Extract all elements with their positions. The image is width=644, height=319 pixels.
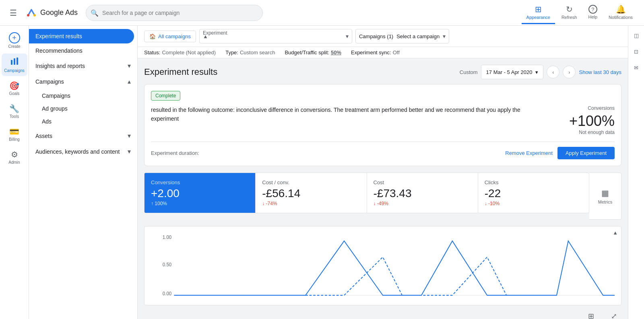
leftnav-campaigns-sub-label: Campaigns <box>42 93 70 99</box>
page-title: Experiment results <box>144 67 217 77</box>
type-value: Custom search <box>240 49 275 56</box>
section-header: Experiment results Custom 17 Mar - 5 Apr… <box>144 65 621 79</box>
metrics-icon: ▦ <box>601 188 609 198</box>
right-panel-icon-3[interactable]: ✉ <box>630 61 643 74</box>
search-input[interactable] <box>86 5 263 21</box>
sidebar-create-label: Create <box>8 44 20 49</box>
appearance-action[interactable]: ⊞ Appearance <box>522 1 555 24</box>
experiment-card: Complete resulted in the following outco… <box>144 84 621 166</box>
svg-rect-3 <box>11 60 12 65</box>
leftnav-recommendations[interactable]: Recommendations <box>29 43 137 58</box>
help-action[interactable]: ? Help <box>583 2 602 24</box>
metrics-btn-label: Metrics <box>598 200 612 204</box>
date-picker[interactable]: 17 Mar - 5 Apr 2020 ▾ <box>481 65 544 79</box>
leftnav-experiment-results-label: Experiment results <box>35 33 82 39</box>
notifications-label: Notifications <box>609 15 633 20</box>
sync-value: Off <box>393 49 400 56</box>
conversions-note: Not enough data <box>542 130 615 135</box>
sync-item: Experiment sync: Off <box>351 49 400 56</box>
leftnav-insights-label: Insights and reports <box>35 63 85 69</box>
sidebar-item-goals[interactable]: 🎯 Goals <box>2 78 27 99</box>
chart-container: ▲ 1.00 0.50 0.00 <box>144 226 621 305</box>
apply-experiment-btn[interactable]: Apply Experiment <box>557 147 615 159</box>
columns-btn[interactable]: ⊞ Columns <box>582 312 600 319</box>
leftnav-assets-label: Assets <box>35 133 52 139</box>
app-logo: Google Ads <box>25 6 78 19</box>
svg-text:1.00: 1.00 <box>163 235 172 240</box>
statusbar: Status: Complete (Not applied) Type: Cus… <box>138 47 628 58</box>
metric-clicks-change: ↓ -10% <box>485 201 582 206</box>
columns-icon: ⊞ <box>588 312 594 319</box>
metrics-btn[interactable]: ▦ Metrics <box>589 173 621 220</box>
sidebar-item-tools[interactable]: 🔧 Tools <box>2 101 27 122</box>
leftnav-experiment-results[interactable]: Experiment results <box>29 29 134 43</box>
bottom-toolbar: ⊞ Columns ⤢ Expand <box>144 309 621 319</box>
subheader: 🏠 All campaigns ▲ Experiment ▾ Campaigns… <box>138 26 628 47</box>
sidebar-item-create[interactable]: + Create <box>2 29 27 52</box>
experiment-dropdown[interactable]: ▲ Experiment ▾ <box>199 29 352 43</box>
notifications-action[interactable]: 🔔 Notifications <box>604 1 638 24</box>
remove-experiment-btn[interactable]: Remove Experiment <box>505 150 553 156</box>
leftnav-audiences-label: Audiences, keywords and content <box>35 148 120 155</box>
metric-conversions-value: +2.00 <box>151 187 249 200</box>
status-item: Status: Complete (Not applied) <box>144 49 216 56</box>
metric-cost-conv-change: ↓ -74% <box>262 201 360 206</box>
content-area: Experiment results Custom 17 Mar - 5 Apr… <box>138 58 628 319</box>
type-item: Type: Custom search <box>225 49 275 56</box>
metric-cost[interactable]: Cost -£73.43 ↓ -49% <box>367 173 478 213</box>
refresh-label: Refresh <box>561 15 577 20</box>
expand-btn[interactable]: ⤢ Expand <box>607 312 621 319</box>
refresh-action[interactable]: ↻ Refresh <box>557 1 582 24</box>
campaign-dropdown[interactable]: Campaigns (1) Select a campaign ▾ <box>355 29 449 43</box>
help-icon: ? <box>588 5 597 14</box>
prev-date-btn[interactable]: ‹ <box>547 66 559 78</box>
date-range: 17 Mar - 5 Apr 2020 <box>486 69 533 75</box>
experiment-footer: Experiment duration: Remove Experiment A… <box>151 142 615 159</box>
appearance-label: Appearance <box>526 15 550 20</box>
back-to-campaigns-btn[interactable]: 🏠 All campaigns <box>144 31 196 42</box>
leftnav-insights-reports[interactable]: Insights and reports ▾ <box>29 58 137 74</box>
metric-clicks[interactable]: Clicks -22 ↓ -10% <box>478 173 589 213</box>
right-panel-icon-1[interactable]: ◫ <box>630 29 643 42</box>
back-label: All campaigns <box>158 33 191 39</box>
svg-text:0.50: 0.50 <box>163 262 172 267</box>
leftnav-assets[interactable]: Assets ▾ <box>29 128 137 144</box>
budget-item: Budget/Traffic split: 50% <box>285 49 341 56</box>
leftnav-ads[interactable]: Ads <box>29 115 137 128</box>
leftnav-campaigns-section: Campaigns ▴ Campaigns Ad groups Ads <box>29 74 137 128</box>
chart-svg: 1.00 0.50 0.00 <box>151 233 615 297</box>
topbar-actions: ⊞ Appearance ↻ Refresh ? Help 🔔 Notifica… <box>522 1 638 24</box>
metric-cost-conv-value: -£56.14 <box>262 187 360 200</box>
metrics-row: Conversions +2.00 ↑ 100% Cost / conv. -£… <box>144 173 589 213</box>
metric-cost-conv[interactable]: Cost / conv. -£56.14 ↓ -74% <box>256 173 366 213</box>
leftnav-audiences[interactable]: Audiences, keywords and content ▾ <box>29 144 137 159</box>
metric-conversions-change: ↑ 100% <box>151 201 249 206</box>
experiment-actions: Remove Experiment Apply Experiment <box>505 147 615 159</box>
metric-conversions[interactable]: Conversions +2.00 ↑ 100% <box>144 173 255 213</box>
leftnav-campaigns-group[interactable]: Campaigns ▴ <box>29 74 137 89</box>
leftnav-ad-groups-label: Ad groups <box>42 105 68 112</box>
billing-icon: 💳 <box>9 127 19 136</box>
leftnav-campaigns-sub[interactable]: Campaigns <box>29 89 137 102</box>
sidebar-item-admin[interactable]: ⚙ Admin <box>2 146 27 168</box>
collapse-chart-btn[interactable]: ▲ <box>613 230 618 236</box>
svg-point-2 <box>33 14 36 16</box>
sidebar-item-campaigns[interactable]: Campaigns <box>2 54 27 76</box>
leftnav-ads-label: Ads <box>42 118 52 125</box>
right-panel-icon-2[interactable]: ⊡ <box>630 45 643 58</box>
budget-label: Budget/Traffic split: <box>285 49 329 56</box>
show-last-btn[interactable]: Show last 30 days <box>579 69 621 75</box>
campaigns-icon <box>10 57 19 68</box>
sidebar-goals-label: Goals <box>9 91 19 96</box>
experiment-summary: resulted in the following outcome: incon… <box>151 105 615 135</box>
sidebar-campaigns-label: Campaigns <box>4 68 25 73</box>
svg-rect-4 <box>14 58 15 65</box>
menu-icon[interactable]: ☰ <box>6 5 20 21</box>
sidebar-item-billing[interactable]: 💳 Billing <box>2 123 27 145</box>
date-dropdown-icon: ▾ <box>535 69 538 75</box>
sidebar: + Create Campaigns 🎯 Goals 🔧 Tools 💳 Bil… <box>0 26 29 319</box>
expand-icon: ⤢ <box>611 312 617 319</box>
appearance-icon: ⊞ <box>535 4 542 14</box>
leftnav-ad-groups[interactable]: Ad groups <box>29 102 137 115</box>
next-date-btn[interactable]: › <box>563 66 576 78</box>
